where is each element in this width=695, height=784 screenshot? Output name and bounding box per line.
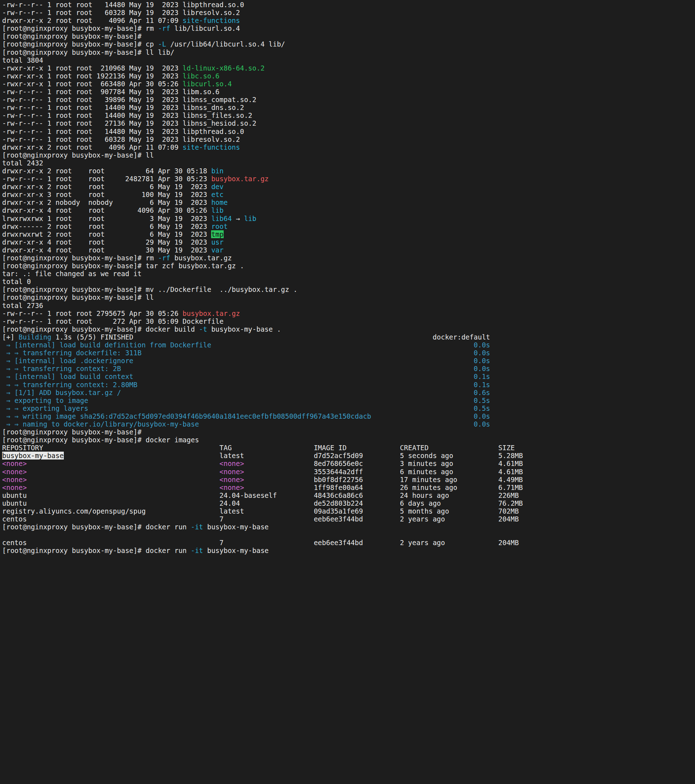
terminal-text: drwxr-xr-x 2 root root 4096 Apr 11 07:09 — [2, 143, 182, 151]
terminal-output[interactable]: -rw-r--r-- 1 root root 14480 May 19 2023… — [0, 0, 695, 784]
terminal-text: ⇒ [internal] load build context — [2, 372, 133, 380]
terminal-spacing — [244, 507, 314, 515]
terminal-text: lib64 — [211, 214, 231, 222]
terminal-line: -rw-r--r-- 1 root root 60328 May 19 2023… — [2, 135, 695, 143]
terminal-spacing — [244, 484, 314, 491]
terminal-text: busybox-my-base — [2, 451, 64, 460]
terminal-text: 0.0s — [474, 365, 490, 372]
terminal-text: 1ff98fe00a64 — [314, 484, 363, 491]
terminal-spacing — [133, 357, 474, 365]
terminal-text: 76.2MB — [498, 499, 523, 507]
terminal-line: drwxr-xr-x 2 root root 4096 Apr 11 07:09… — [2, 16, 695, 24]
terminal-text: [root@nginxproxy busybox-my-base]# ll — [2, 293, 154, 301]
terminal-line: centos 7 eeb6ee3f44bd 2 years ago 204MB — [2, 539, 695, 547]
terminal-spacing — [457, 476, 498, 484]
terminal-text: 0.6s — [474, 389, 490, 397]
terminal-spacing — [453, 460, 498, 468]
terminal-line: centos 7 eeb6ee3f44bd 2 years ago 204MB — [2, 515, 695, 523]
terminal-text: -it — [191, 547, 203, 554]
terminal-text: drwxr-xr-x 4 root root 29 May 19 2023 — [2, 238, 211, 246]
terminal-text: <none> — [2, 476, 27, 484]
terminal-text: drwxr-xr-x 4 root root 4096 Apr 30 05:26 — [2, 206, 211, 214]
terminal-spacing — [240, 499, 314, 507]
terminal-text: docker:default — [433, 333, 490, 341]
terminal-text: busybox.tar.gz — [211, 175, 269, 183]
terminal-spacing — [244, 451, 314, 460]
terminal-text: 226MB — [498, 491, 518, 499]
terminal-text: -rw-r--r-- 1 root root 2482781 Apr 30 05… — [2, 175, 211, 183]
terminal-line: <none> <none> 1ff98fe00a64 26 minutes ag… — [2, 484, 695, 491]
terminal-text: usr — [211, 238, 223, 246]
terminal-spacing — [445, 515, 498, 523]
terminal-spacing — [363, 491, 400, 499]
terminal-text: [root@nginxproxy busybox-my-base]# rm — [2, 24, 158, 32]
terminal-text: ⇒ ⇒ exporting layers — [2, 404, 88, 412]
terminal-text: total 2736 — [2, 301, 43, 310]
terminal-spacing — [371, 412, 474, 420]
terminal-text: [root@nginxproxy busybox-my-base]# docke… — [2, 436, 199, 444]
terminal-text: [root@nginxproxy busybox-my-base]# cp — [2, 40, 158, 48]
terminal-text: 3 minutes ago — [400, 460, 453, 468]
terminal-spacing — [88, 397, 474, 404]
terminal-text: IMAGE ID — [314, 444, 347, 451]
terminal-text: 7 — [220, 539, 223, 547]
terminal-spacing — [121, 365, 474, 372]
terminal-line: [root@nginxproxy busybox-my-base]# rm -r… — [2, 254, 695, 262]
terminal-spacing — [43, 444, 220, 451]
terminal-text: centos — [2, 539, 27, 547]
terminal-line: tar: .: file changed as we read it — [2, 270, 695, 278]
terminal-text: [root@nginxproxy busybox-my-base]# rm — [2, 254, 158, 262]
terminal-text: <none> — [2, 484, 27, 491]
terminal-line: [root@nginxproxy busybox-my-base]# docke… — [2, 436, 695, 444]
terminal-text: drwxr-xr-x 4 root root 30 May 19 2023 — [2, 246, 211, 254]
terminal-line: -rw-r--r-- 1 root root 39896 May 19 2023… — [2, 96, 695, 104]
terminal-text: 0.1s — [474, 381, 490, 389]
terminal-text: [root@nginxproxy busybox-my-base]# ll — [2, 151, 154, 159]
terminal-text: 5 months ago — [400, 507, 449, 515]
terminal-text: REPOSITORY — [2, 444, 43, 451]
terminal-line: -rw-r--r-- 1 root root 14400 May 19 2023… — [2, 111, 695, 119]
terminal-text: [root@nginxproxy busybox-my-base]# ll li… — [2, 48, 174, 56]
terminal-spacing — [224, 539, 314, 547]
terminal-text: -rw-r--r-- 1 root root 14400 May 19 2023… — [2, 111, 253, 119]
terminal-text: de52d803b224 — [314, 499, 363, 507]
terminal-spacing — [363, 507, 400, 515]
terminal-spacing — [363, 451, 400, 460]
terminal-line: drwxr-xr-x 4 root root 29 May 19 2023 us… — [2, 238, 695, 246]
terminal-line: ⇒ ⇒ exporting layers 0.5s — [2, 404, 695, 412]
terminal-line: total 3804 — [2, 56, 695, 64]
terminal-line: ⇒ [internal] load build context 0.1s — [2, 372, 695, 380]
terminal-spacing — [363, 460, 400, 468]
terminal-text: 5 seconds ago — [400, 451, 453, 460]
terminal-text: libc.so.6 — [182, 72, 220, 80]
terminal-text: 0.0s — [474, 357, 490, 365]
terminal-text: ⇒ [internal] load .dockerignore — [2, 357, 133, 365]
terminal-text: 17 minutes ago — [400, 476, 457, 484]
terminal-line: busybox-my-base latest d7d52acf5d09 5 se… — [2, 451, 695, 460]
terminal-spacing — [27, 484, 220, 491]
terminal-text: busybox-my-base — [203, 547, 269, 554]
terminal-spacing — [363, 499, 400, 507]
terminal-spacing — [453, 451, 498, 460]
terminal-text: 4.49MB — [498, 476, 523, 484]
terminal-spacing — [244, 460, 314, 468]
terminal-line: [root@nginxproxy busybox-my-base]# rm -r… — [2, 24, 695, 32]
terminal-line: total 0 — [2, 278, 695, 285]
terminal-spacing — [133, 372, 474, 380]
terminal-text: lrwxrwxrwx 1 root root 3 May 19 2023 — [2, 214, 211, 222]
terminal-text: dev — [211, 183, 223, 191]
terminal-text: -rw-r--r-- 1 root root 14480 May 19 2023… — [2, 1, 244, 8]
terminal-text: drwxr-xr-x 3 root root 100 May 19 2023 — [2, 191, 211, 198]
terminal-text: busybox.tar.gz — [170, 254, 232, 262]
terminal-line: ⇒ ⇒ transferring context: 2B 0.0s — [2, 365, 695, 372]
terminal-line — [2, 531, 695, 539]
terminal-text: 8ed768656e0c — [314, 460, 363, 468]
terminal-text: -rf — [158, 24, 170, 32]
terminal-line: -rwxr-xr-x 1 root root 1922136 May 19 20… — [2, 72, 695, 80]
terminal-text: lib — [244, 214, 256, 222]
terminal-text: <none> — [220, 460, 244, 468]
terminal-text: etc — [211, 191, 223, 198]
terminal-spacing — [453, 468, 498, 476]
terminal-line: total 2736 — [2, 301, 695, 310]
terminal-text: -rwxr-xr-x 1 root root 663480 Apr 30 05:… — [2, 80, 182, 88]
